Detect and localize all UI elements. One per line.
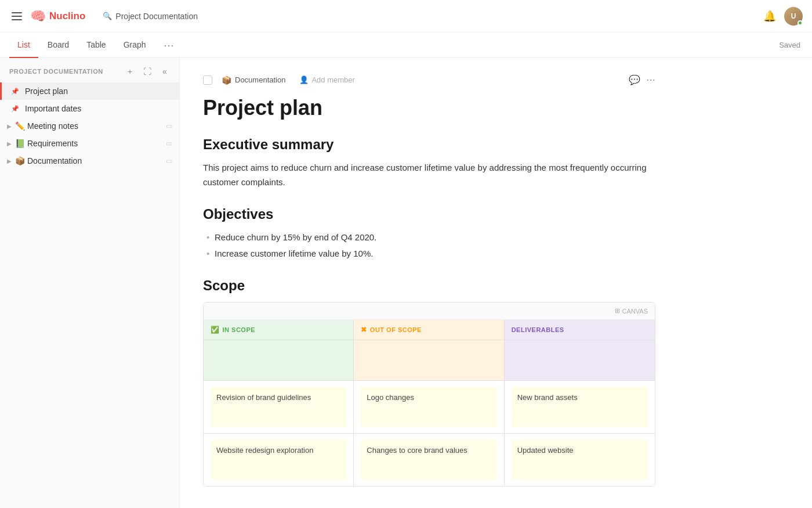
canvas-cell-out-scope-2[interactable]: Changes to core brand values xyxy=(354,434,504,486)
pin-icon: 📌 xyxy=(11,88,19,95)
comment-icon: ▭ xyxy=(166,122,172,130)
executive-summary-heading: Executive summary xyxy=(203,136,655,153)
canvas-icon: ⊞ xyxy=(615,307,620,315)
chevron-right-icon: ▶ xyxy=(7,158,12,164)
out-of-scope-icon: ✖ xyxy=(361,326,367,334)
breadcrumb-text: Documentation xyxy=(235,75,285,84)
search-area: 🔍 Project Documentation xyxy=(103,12,198,21)
in-scope-column-header: ✅ IN SCOPE xyxy=(204,320,354,340)
sidebar-item-label: Documentation xyxy=(27,156,164,165)
tab-board[interactable]: Board xyxy=(39,33,77,58)
deliverables-label: DELIVERABLES xyxy=(512,326,564,333)
in-scope-icon: ✅ xyxy=(211,326,220,334)
tab-table[interactable]: Table xyxy=(78,33,114,58)
meeting-notes-emoji: ✏️ xyxy=(15,121,25,131)
sidebar-item-requirements[interactable]: ▶ 📗 Requirements ▭ xyxy=(0,135,179,152)
canvas-row-1: Revision of brand guidelines Logo change… xyxy=(204,381,655,434)
canvas-cell-empty-3 xyxy=(505,340,655,381)
comment-icon: ▭ xyxy=(166,157,172,165)
canvas-cell-empty-2 xyxy=(354,340,504,381)
objectives-list: Reduce churn by 15% by end of Q4 2020. I… xyxy=(203,230,655,262)
objectives-heading: Objectives xyxy=(203,206,655,222)
canvas-header: ⊞ CANVAS xyxy=(204,302,655,320)
comment-icon: ▭ xyxy=(166,139,172,147)
sidebar-item-meeting-notes[interactable]: ▶ ✏️ Meeting notes ▭ xyxy=(0,117,179,135)
avatar-initials: U xyxy=(791,12,796,20)
tab-graph[interactable]: Graph xyxy=(115,33,154,58)
more-actions-icon[interactable]: ⋯ xyxy=(646,74,655,85)
sidebar-item-label: Meeting notes xyxy=(27,121,164,131)
documentation-emoji: 📦 xyxy=(15,156,25,165)
tab-more-icon[interactable]: ⋯ xyxy=(159,39,179,52)
add-item-button[interactable]: + xyxy=(122,64,137,79)
canvas-card-website: Website redesign exploration xyxy=(211,439,346,480)
requirements-emoji: 📗 xyxy=(15,139,25,148)
out-of-scope-column-header: ✖ OUT OF SCOPE xyxy=(354,320,504,340)
document-body: 📦 Documentation 👤 Add member 💬 ⋯ Project… xyxy=(180,58,679,508)
sidebar-item-label: Important dates xyxy=(25,104,172,113)
document-title: Project plan xyxy=(203,96,655,120)
sidebar: PROJECT DOCUMENTATION + ⛶ « 📌 Project pl… xyxy=(0,58,180,508)
nuclino-logo-text: Nuclino xyxy=(49,10,85,22)
add-member-button[interactable]: 👤 Add member xyxy=(299,75,354,84)
executive-summary-body: This project aims to reduce churn and in… xyxy=(203,161,655,190)
content-area: 📦 Documentation 👤 Add member 💬 ⋯ Project… xyxy=(180,58,812,508)
add-member-label: Add member xyxy=(311,75,354,84)
canvas-row-2: Website redesign exploration Changes to … xyxy=(204,434,655,486)
canvas-embed: ⊞ CANVAS ✅ IN SCOPE ✖ OUT OF SCOPE xyxy=(203,302,655,487)
nuclino-logo-icon: 🧠 xyxy=(30,9,46,24)
main-area: PROJECT DOCUMENTATION + ⛶ « 📌 Project pl… xyxy=(0,58,812,508)
sidebar-item-project-plan[interactable]: 📌 Project plan xyxy=(0,82,179,100)
canvas-card-core-brand: Changes to core brand values xyxy=(361,439,496,480)
expand-icon[interactable]: ⛶ xyxy=(140,64,155,79)
scope-heading: Scope xyxy=(203,278,655,294)
topbar-right: 🔔 U xyxy=(763,7,803,26)
doc-checkbox[interactable] xyxy=(203,75,212,85)
canvas-card-updated-website: Updated website xyxy=(512,439,648,480)
tabbar: List Board Table Graph ⋯ Saved xyxy=(0,33,812,58)
canvas-text: CANVAS xyxy=(622,308,648,315)
deliverables-column-header: DELIVERABLES xyxy=(505,320,655,340)
canvas-card-new-brand: New brand assets xyxy=(512,387,648,427)
workspace-title: Project Documentation xyxy=(115,12,198,21)
canvas-cell-empty-1 xyxy=(204,340,354,381)
doc-meta: 📦 Documentation 👤 Add member 💬 ⋯ xyxy=(203,70,655,85)
sidebar-item-important-dates[interactable]: 📌 Important dates xyxy=(0,100,179,117)
sidebar-item-label: Requirements xyxy=(27,139,164,148)
sidebar-section-title: PROJECT DOCUMENTATION xyxy=(9,68,119,75)
comment-action-icon[interactable]: 💬 xyxy=(629,74,640,85)
avatar[interactable]: U xyxy=(784,7,803,26)
breadcrumb-emoji: 📦 xyxy=(222,75,231,85)
saved-status: Saved xyxy=(779,41,800,49)
logo-area: 🧠 Nuclino xyxy=(30,9,85,24)
collapse-sidebar-icon[interactable]: « xyxy=(157,64,172,79)
in-scope-label: IN SCOPE xyxy=(223,326,256,333)
chevron-right-icon: ▶ xyxy=(7,123,12,129)
sidebar-item-documentation[interactable]: ▶ 📦 Documentation ▭ xyxy=(0,152,179,170)
canvas-label: ⊞ CANVAS xyxy=(615,307,648,315)
canvas-card-logo: Logo changes xyxy=(361,387,496,427)
pin-icon: 📌 xyxy=(11,105,19,113)
sidebar-actions: + ⛶ « xyxy=(122,64,172,79)
canvas-cell-deliverables-1[interactable]: New brand assets xyxy=(505,381,655,434)
list-item: Increase customer lifetime value by 10%. xyxy=(203,247,655,261)
topbar: 🧠 Nuclino 🔍 Project Documentation 🔔 U xyxy=(0,0,812,33)
tab-list[interactable]: List xyxy=(9,33,38,58)
add-member-icon: 👤 xyxy=(299,75,309,84)
list-item: Reduce churn by 15% by end of Q4 2020. xyxy=(203,230,655,245)
topbar-left: 🧠 Nuclino 🔍 Project Documentation xyxy=(9,9,198,24)
bell-icon[interactable]: 🔔 xyxy=(763,10,776,23)
avatar-online-dot xyxy=(798,20,803,26)
search-icon: 🔍 xyxy=(103,12,112,20)
canvas-cell-out-scope-1[interactable]: Logo changes xyxy=(354,381,504,434)
sidebar-header: PROJECT DOCUMENTATION + ⛶ « xyxy=(0,58,179,82)
canvas-cell-in-scope-1[interactable]: Revision of brand guidelines xyxy=(204,381,354,434)
canvas-card-revision: Revision of brand guidelines xyxy=(211,387,346,427)
canvas-cell-in-scope-2[interactable]: Website redesign exploration xyxy=(204,434,354,486)
out-of-scope-label: OUT OF SCOPE xyxy=(370,326,422,333)
canvas-columns-header: ✅ IN SCOPE ✖ OUT OF SCOPE DELIVERABLES xyxy=(204,320,655,340)
canvas-cell-deliverables-2[interactable]: Updated website xyxy=(505,434,655,486)
canvas-empty-row xyxy=(204,340,655,381)
doc-breadcrumb: 📦 Documentation xyxy=(222,75,285,85)
hamburger-menu-icon[interactable] xyxy=(9,10,24,23)
